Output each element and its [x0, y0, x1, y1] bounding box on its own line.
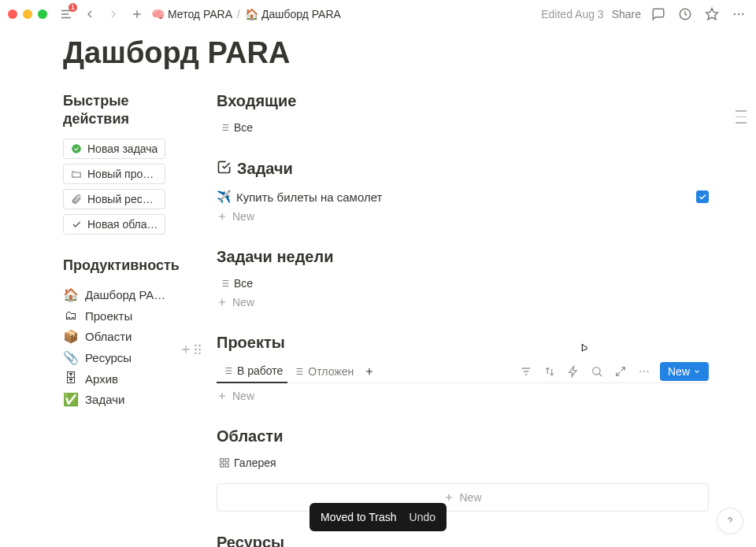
- productivity-heading: Продуктивность: [63, 257, 185, 275]
- link-archive[interactable]: 🗄 Архив: [63, 368, 185, 389]
- comments-icon[interactable]: [649, 5, 668, 24]
- list-icon: [218, 277, 231, 290]
- sidebar-toggle-icon[interactable]: 1: [57, 5, 76, 24]
- link-label: Дашборд PA…: [85, 288, 165, 301]
- more-icon[interactable]: [729, 5, 748, 24]
- areas-new-card[interactable]: New: [217, 483, 709, 512]
- link-tasks[interactable]: ✅ Задачи: [63, 389, 185, 410]
- share-button[interactable]: Share: [612, 8, 641, 20]
- task-item[interactable]: ✈️ Купить билеты на самолет: [217, 187, 709, 207]
- checkmark-icon: [70, 218, 83, 231]
- projects-new-row[interactable]: New: [217, 383, 709, 405]
- toast-undo-button[interactable]: Undo: [410, 511, 435, 523]
- svg-point-8: [643, 371, 645, 372]
- help-button[interactable]: [717, 508, 743, 534]
- folder-icon: [70, 168, 83, 180]
- svg-rect-10: [220, 459, 224, 462]
- task-checkbox[interactable]: [696, 190, 709, 203]
- week-view-all[interactable]: Все: [217, 274, 254, 293]
- action-new-area[interactable]: Новая обла…: [63, 214, 165, 235]
- left-column: Быстрыедействия Новая задача Новый проек…: [63, 92, 185, 547]
- svg-point-16: [195, 349, 197, 351]
- plus-icon: [217, 211, 228, 222]
- svg-point-17: [198, 349, 201, 351]
- week-new-row[interactable]: New: [217, 293, 709, 312]
- breadcrumb-label: Дашборд PARA: [261, 8, 341, 20]
- emoji-icon: 📎: [63, 350, 79, 365]
- projects-heading[interactable]: Проекты: [217, 334, 709, 352]
- task-title: Купить билеты на самолет: [236, 190, 696, 204]
- areas-heading[interactable]: Области: [217, 427, 709, 445]
- tasks-icon: [217, 159, 232, 179]
- tasks-heading[interactable]: Задачи: [237, 160, 293, 178]
- link-resources[interactable]: 📎 Ресурсы: [63, 347, 185, 368]
- page-outline-marks[interactable]: [736, 110, 747, 124]
- block-add-icon[interactable]: [180, 343, 192, 358]
- favorite-icon[interactable]: [702, 5, 721, 24]
- view-label: Галерея: [234, 456, 276, 469]
- task-emoji: ✈️: [217, 190, 232, 204]
- svg-point-15: [198, 345, 201, 347]
- view-label: Все: [234, 121, 253, 134]
- svg-point-2: [734, 13, 736, 15]
- link-areas[interactable]: 📦 Области: [63, 326, 185, 347]
- link-projects[interactable]: 🗂 Проекты: [63, 305, 185, 326]
- db-more-icon[interactable]: [636, 364, 652, 379]
- projects-tab-active[interactable]: В работе: [217, 360, 287, 383]
- inbox-heading: Входящие: [217, 92, 709, 110]
- new-label: New: [232, 296, 254, 309]
- breadcrumb-emoji: 🏠: [245, 8, 258, 20]
- block-drag-handle[interactable]: [194, 343, 202, 356]
- action-new-project[interactable]: Новый проект: [63, 164, 165, 184]
- link-label: Проекты: [85, 309, 132, 323]
- filter-icon[interactable]: [518, 364, 534, 379]
- link-label: Задачи: [85, 393, 124, 406]
- svg-point-6: [593, 367, 600, 374]
- projects-new-button[interactable]: New: [660, 362, 709, 381]
- projects-toolbar: В работе Отложен: [217, 360, 709, 383]
- nav-back-icon[interactable]: [80, 5, 99, 24]
- sidebar-badge: 1: [69, 3, 77, 12]
- chevron-down-icon: [693, 365, 701, 378]
- svg-rect-13: [225, 464, 228, 467]
- nav-forward-icon[interactable]: [104, 5, 123, 24]
- week-heading: Задачи недели: [217, 248, 709, 266]
- sort-icon[interactable]: [542, 364, 558, 379]
- expand-icon[interactable]: [613, 364, 628, 379]
- link-label: Области: [85, 330, 132, 343]
- updates-icon[interactable]: [676, 5, 695, 24]
- search-icon[interactable]: [589, 364, 605, 379]
- automation-icon[interactable]: [565, 364, 581, 379]
- maximize-window[interactable]: [38, 9, 47, 19]
- topbar: 1 🧠 Метод PARA / 🏠 Дашборд PARA Edited A…: [0, 0, 756, 28]
- action-new-task[interactable]: Новая задача: [63, 139, 165, 159]
- new-page-icon[interactable]: [128, 5, 146, 24]
- view-label: Все: [234, 277, 253, 290]
- action-label: Новый ресу…: [87, 193, 158, 205]
- add-view-icon[interactable]: [361, 364, 377, 379]
- breadcrumb: 🧠 Метод PARA / 🏠 Дашборд PARA: [151, 8, 341, 20]
- breadcrumb-item-1[interactable]: 🏠 Дашборд PARA: [245, 8, 341, 20]
- breadcrumb-item-0[interactable]: 🧠 Метод PARA: [151, 8, 232, 20]
- close-window[interactable]: [8, 9, 17, 19]
- minimize-window[interactable]: [23, 9, 32, 19]
- resources-heading[interactable]: Ресурсы: [217, 534, 709, 547]
- link-dashboard[interactable]: 🏠 Дашборд PA…: [63, 284, 185, 305]
- emoji-icon: ✅: [63, 392, 79, 407]
- svg-point-4: [742, 13, 743, 15]
- toast: Moved to Trash Undo: [309, 503, 447, 531]
- link-label: Архив: [85, 372, 118, 386]
- list-icon: [218, 121, 231, 134]
- page-body: Дашборд PARA Быстрыедействия Новая задач…: [0, 28, 756, 547]
- areas-view-gallery[interactable]: Галерея: [217, 453, 709, 472]
- projects-tab-deferred[interactable]: Отложен: [287, 360, 358, 383]
- mouse-cursor: [578, 342, 591, 357]
- inbox-view-all[interactable]: Все: [217, 118, 254, 137]
- new-label: New: [459, 491, 481, 504]
- svg-point-19: [198, 353, 201, 355]
- action-new-resource[interactable]: Новый ресу…: [63, 189, 165, 209]
- window-traffic-lights: [8, 9, 47, 19]
- page-title[interactable]: Дашборд PARA: [63, 36, 709, 70]
- tasks-new-row[interactable]: New: [217, 207, 709, 226]
- svg-point-18: [195, 353, 197, 355]
